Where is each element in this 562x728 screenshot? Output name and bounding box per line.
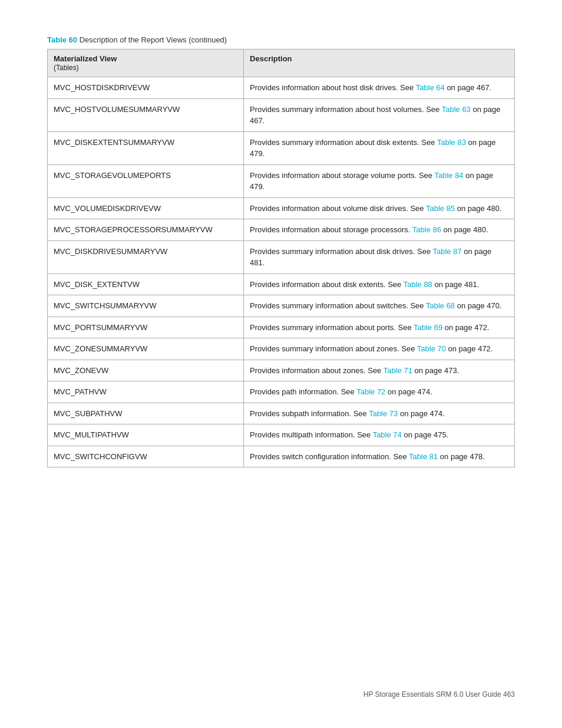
view-name-cell: MVC_ZONESUMMARYVW	[48, 338, 244, 360]
view-name-cell: MVC_HOSTVOLUMESUMMARYVW	[48, 98, 244, 131]
view-name-cell: MVC_VOLUMEDISKDRIVEVW	[48, 197, 244, 219]
table-link[interactable]: Table 73	[369, 409, 398, 418]
description-cell: Provides summary information about zones…	[244, 338, 515, 360]
description-cell: Provides summary information about disk …	[244, 131, 515, 164]
table-link[interactable]: Table 69	[414, 323, 442, 332]
view-name-cell: MVC_PATHVW	[48, 381, 244, 403]
table-caption-text: Description of the Report Views (continu…	[77, 35, 227, 44]
table-link[interactable]: Table 63	[442, 105, 471, 114]
view-name-cell: MVC_STORAGEVOLUMEPORTS	[48, 164, 244, 197]
col-header-desc: Description	[244, 50, 515, 77]
view-name-cell: MVC_SWITCHSUMMARYVW	[48, 295, 244, 317]
view-name-cell: MVC_DISKDRIVESUMMARYVW	[48, 241, 244, 274]
table-link[interactable]: Table 84	[434, 171, 463, 180]
table-row: MVC_ZONESUMMARYVWProvides summary inform…	[48, 338, 515, 360]
view-name-cell: MVC_DISK_EXTENTVW	[48, 274, 244, 295]
description-cell: Provides information about storage volum…	[244, 164, 515, 197]
table-link[interactable]: Table 87	[433, 247, 462, 256]
view-name-cell: MVC_DISKEXTENTSUMMARYVW	[48, 131, 244, 164]
description-cell: Provides summary information about host …	[244, 98, 515, 131]
table-row: MVC_MULTIPATHVWProvides multipath inform…	[48, 424, 515, 446]
description-cell: Provides information about host disk dri…	[244, 77, 515, 99]
description-cell: Provides summary information about ports…	[244, 317, 515, 338]
description-cell: Provides summary information about disk …	[244, 241, 515, 274]
table-row: MVC_HOSTDISKDRIVEVWProvides information …	[48, 77, 515, 99]
view-name-cell: MVC_MULTIPATHVW	[48, 424, 244, 446]
table-row: MVC_DISKDRIVESUMMARYVWProvides summary i…	[48, 241, 515, 274]
table-link[interactable]: Table 86	[412, 225, 441, 234]
view-name-cell: MVC_SWITCHCONFIGVW	[48, 446, 244, 467]
description-cell: Provides information about disk extents.…	[244, 274, 515, 295]
table-header-row: Materialized View (Tables) Description	[48, 50, 515, 77]
description-cell: Provides information about storage proce…	[244, 219, 515, 241]
table-link[interactable]: Table 83	[437, 138, 466, 147]
table-row: MVC_STORAGEPROCESSORSUMMARYVWProvides in…	[48, 219, 515, 241]
table-link[interactable]: Table 74	[373, 430, 402, 439]
table-link[interactable]: Table 72	[356, 387, 385, 396]
table-link[interactable]: Table 88	[404, 280, 432, 289]
description-cell: Provides multipath information. See Tabl…	[244, 424, 515, 446]
table-row: MVC_SUBPATHVWProvides subpath informatio…	[48, 403, 515, 424]
table-row: MVC_STORAGEVOLUMEPORTSProvides informati…	[48, 164, 515, 197]
main-table: Materialized View (Tables) Description M…	[47, 49, 515, 467]
table-row: MVC_HOSTVOLUMESUMMARYVWProvides summary …	[48, 98, 515, 131]
page-container: Table 60 Description of the Report Views…	[0, 0, 562, 728]
view-name-cell: MVC_PORTSUMMARYVW	[48, 317, 244, 338]
view-name-cell: MVC_STORAGEPROCESSORSUMMARYVW	[48, 219, 244, 241]
col-header-view: Materialized View (Tables)	[48, 50, 244, 77]
description-cell: Provides subpath information. See Table …	[244, 403, 515, 424]
view-name-cell: MVC_SUBPATHVW	[48, 403, 244, 424]
table-row: MVC_SWITCHSUMMARYVWProvides summary info…	[48, 295, 515, 317]
table-row: MVC_DISKEXTENTSUMMARYVWProvides summary …	[48, 131, 515, 164]
table-row: MVC_DISK_EXTENTVWProvides information ab…	[48, 274, 515, 295]
page-footer: HP Storage Essentials SRM 6.0 User Guide…	[363, 690, 515, 699]
table-link[interactable]: Table 85	[426, 204, 455, 213]
description-cell: Provides switch configuration informatio…	[244, 446, 515, 467]
table-link[interactable]: Table 70	[417, 344, 446, 353]
view-name-cell: MVC_ZONEVW	[48, 360, 244, 381]
table-row: MVC_PORTSUMMARYVWProvides summary inform…	[48, 317, 515, 338]
description-cell: Provides path information. See Table 72 …	[244, 381, 515, 403]
description-cell: Provides information about volume disk d…	[244, 197, 515, 219]
table-row: MVC_ZONEVWProvides information about zon…	[48, 360, 515, 381]
table-link[interactable]: Table 81	[409, 452, 438, 461]
table-row: MVC_SWITCHCONFIGVWProvides switch config…	[48, 446, 515, 467]
description-cell: Provides information about zones. See Ta…	[244, 360, 515, 381]
table-caption-label: Table 60	[47, 35, 77, 44]
table-caption: Table 60 Description of the Report Views…	[47, 35, 515, 44]
table-row: MVC_PATHVWProvides path information. See…	[48, 381, 515, 403]
table-link[interactable]: Table 71	[384, 366, 412, 375]
table-link[interactable]: Table 64	[416, 83, 445, 92]
table-link[interactable]: Table 68	[426, 301, 455, 310]
description-cell: Provides summary information about switc…	[244, 295, 515, 317]
table-row: MVC_VOLUMEDISKDRIVEVWProvides informatio…	[48, 197, 515, 219]
view-name-cell: MVC_HOSTDISKDRIVEVW	[48, 77, 244, 99]
